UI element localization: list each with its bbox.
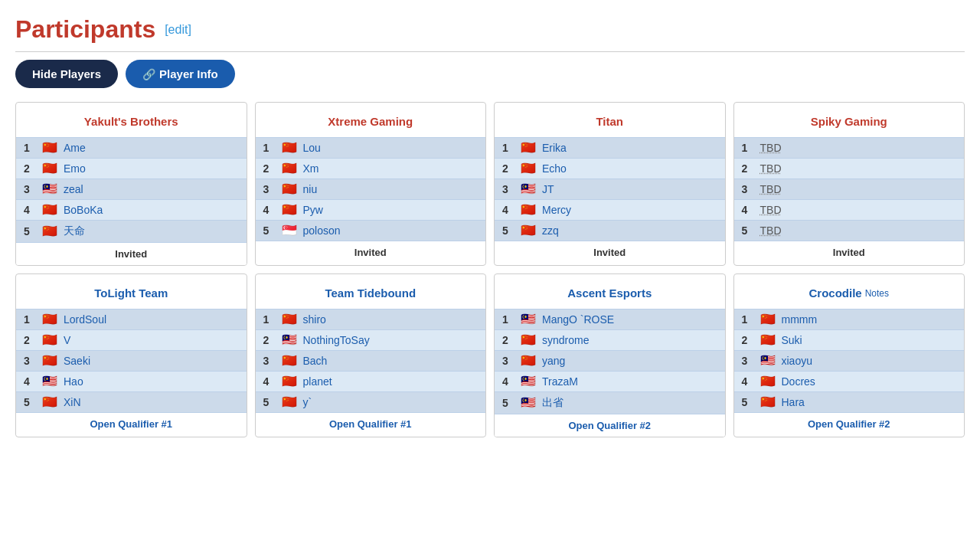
qualifier-label: Open Qualifier #2 <box>734 412 965 435</box>
player-name[interactable]: planet <box>303 375 332 388</box>
player-row: 3🇲🇾JT <box>495 178 725 199</box>
edit-link[interactable]: [edit] <box>165 23 191 37</box>
player-name[interactable]: Echo <box>542 162 567 175</box>
player-flag: 🇸🇬 <box>282 224 297 237</box>
player-row: 5TBD <box>734 220 965 241</box>
player-name[interactable]: Saeki <box>64 355 90 367</box>
team-name: ToLight Team <box>91 280 171 304</box>
player-name[interactable]: Docres <box>782 375 815 388</box>
player-name: TBD <box>760 224 782 237</box>
player-name[interactable]: V <box>64 334 70 346</box>
player-name[interactable]: NothingToSay <box>303 334 370 346</box>
player-name[interactable]: zzq <box>542 224 559 237</box>
notes-link[interactable]: Notes <box>865 288 889 299</box>
player-flag: 🇨🇳 <box>521 142 536 154</box>
player-name[interactable]: Bach <box>303 355 328 367</box>
player-number: 5 <box>263 224 276 237</box>
player-name[interactable]: 天命 <box>64 224 85 238</box>
player-name[interactable]: LordSoul <box>64 313 106 326</box>
player-name[interactable]: XiN <box>64 396 81 408</box>
player-row: 1🇲🇾MangO `ROSE <box>495 309 725 329</box>
player-number: 5 <box>742 396 754 408</box>
player-name[interactable]: zeal <box>64 183 83 195</box>
player-name[interactable]: Erika <box>542 142 567 154</box>
player-name[interactable]: Pyw <box>303 204 323 216</box>
player-name[interactable]: shiro <box>303 313 326 326</box>
player-row: 4🇲🇾TrazaM <box>495 371 725 391</box>
player-name[interactable]: Xm <box>303 162 319 175</box>
player-flag: 🇨🇳 <box>42 355 57 367</box>
player-row: 5🇨🇳zzq <box>495 220 725 241</box>
team-name: Titan <box>593 109 626 133</box>
player-row: 3🇲🇾xiaoyu <box>734 350 965 371</box>
player-row: 3🇲🇾zeal <box>16 178 247 199</box>
team-name: Team Tidebound <box>322 280 419 304</box>
player-number: 2 <box>742 162 754 175</box>
team-card-titan: Titan1🇨🇳Erika2🇨🇳Echo3🇲🇾JT4🇨🇳Mercy5🇨🇳zzqI… <box>494 102 726 266</box>
player-number: 1 <box>263 142 276 154</box>
player-flag: 🇲🇾 <box>282 334 297 346</box>
player-row: 4🇨🇳Pyw <box>256 199 486 220</box>
player-name[interactable]: yang <box>542 355 565 367</box>
player-flag: 🇨🇳 <box>521 204 536 216</box>
team-card-tolight-team: ToLight Team1🇨🇳LordSoul2🇨🇳V3🇨🇳Saeki4🇲🇾Ha… <box>15 273 247 437</box>
player-row: 3🇨🇳Bach <box>256 350 486 371</box>
team-card-xtreme-gaming: Xtreme Gaming1🇨🇳Lou2🇨🇳Xm3🇨🇳niu4🇨🇳Pyw5🇸🇬p… <box>255 102 487 266</box>
player-name[interactable]: BoBoKa <box>64 204 103 216</box>
player-number: 3 <box>24 183 36 195</box>
player-number: 4 <box>263 204 276 216</box>
player-name[interactable]: syndrome <box>542 334 589 346</box>
player-row: 1🇨🇳LordSoul <box>16 309 247 329</box>
player-row: 2🇨🇳syndrome <box>495 329 725 350</box>
player-name[interactable]: xiaoyu <box>782 355 812 367</box>
team-card-spiky-gaming: Spiky Gaming1TBD2TBD3TBD4TBD5TBDInvited <box>733 102 965 266</box>
player-name[interactable]: niu <box>303 183 318 195</box>
player-name[interactable]: Mercy <box>542 204 571 216</box>
player-row: 4TBD <box>734 199 965 220</box>
qualifier-label: Invited <box>16 242 247 265</box>
player-name[interactable]: JT <box>542 183 554 195</box>
player-flag: 🇨🇳 <box>282 375 297 388</box>
player-flag: 🇨🇳 <box>42 204 57 216</box>
player-row: 2🇨🇳Emo <box>16 158 247 178</box>
player-name[interactable]: poloson <box>303 224 341 237</box>
player-flag: 🇲🇾 <box>760 355 776 367</box>
team-card-crocodile: CrocodileNotes1🇨🇳mmmm2🇨🇳Suki3🇲🇾xiaoyu4🇨🇳… <box>733 273 965 437</box>
player-name: TBD <box>760 162 782 175</box>
player-name[interactable]: TrazaM <box>542 375 578 388</box>
player-flag: 🇲🇾 <box>521 375 536 388</box>
player-flag: 🇨🇳 <box>42 396 57 408</box>
player-number: 5 <box>742 224 754 237</box>
player-name[interactable]: MangO `ROSE <box>542 313 614 326</box>
page-title: Participants <box>15 15 155 44</box>
hide-players-button[interactable]: Hide Players <box>15 60 118 88</box>
team-name: Xtreme Gaming <box>325 109 416 133</box>
player-flag: 🇨🇳 <box>42 225 57 237</box>
player-row: 1🇨🇳mmmm <box>734 309 965 329</box>
player-flag: 🇨🇳 <box>521 334 536 346</box>
qualifier-label: Open Qualifier #2 <box>495 414 725 437</box>
player-name[interactable]: y` <box>303 396 312 408</box>
player-flag: 🇨🇳 <box>282 204 297 216</box>
player-number: 5 <box>502 397 514 409</box>
toolbar: Hide Players 🔗Player Info <box>15 60 965 88</box>
player-name[interactable]: Emo <box>64 162 86 175</box>
player-flag: 🇲🇾 <box>521 313 536 326</box>
player-row: 4🇨🇳planet <box>256 371 486 391</box>
player-flag: 🇨🇳 <box>282 355 297 367</box>
player-number: 3 <box>263 183 276 195</box>
player-row: 2🇨🇳V <box>16 329 247 350</box>
player-name: TBD <box>760 183 782 195</box>
player-row: 4🇨🇳Docres <box>734 371 965 391</box>
player-name[interactable]: Suki <box>782 334 802 346</box>
team-name: Crocodile <box>805 280 864 304</box>
player-row: 4🇨🇳BoBoKa <box>16 199 247 220</box>
player-name[interactable]: 出省 <box>542 396 564 410</box>
player-name[interactable]: mmmm <box>782 313 818 326</box>
player-info-button[interactable]: 🔗Player Info <box>126 60 235 88</box>
player-number: 2 <box>24 334 36 346</box>
player-name[interactable]: Hara <box>782 396 805 408</box>
player-name[interactable]: Ame <box>64 142 86 154</box>
player-name[interactable]: Lou <box>303 142 321 154</box>
player-name[interactable]: Hao <box>64 375 83 388</box>
